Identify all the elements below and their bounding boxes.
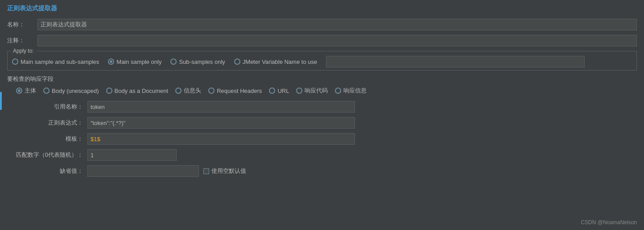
detail-form: 引用名称： 正则表达式： 模板： 匹配数字（0代表随机）： 缺省值： 使用空 <box>7 101 637 177</box>
radio-resp-code-label: 响应代码 <box>305 87 328 95</box>
name-label: 名称： <box>7 21 34 29</box>
main-container: 正则表达式提取器 名称： 注释： Apply to: Main sample a… <box>0 0 644 230</box>
radio-req-headers-label: Request Headers <box>217 88 262 94</box>
ref-name-input[interactable] <box>87 101 355 113</box>
radio-resp-msg-label: 响应信息 <box>343 87 367 95</box>
radio-info-head-label: 信息头 <box>184 87 201 95</box>
response-fields-title: 要检查的响应字段 <box>7 75 637 83</box>
radio-resp-code[interactable]: 响应代码 <box>296 87 328 95</box>
match-no-input[interactable] <box>87 149 177 161</box>
radio-body-input[interactable] <box>16 88 22 94</box>
template-row: 模板： <box>7 133 637 145</box>
default-input[interactable] <box>87 165 199 177</box>
template-label: 模板： <box>7 135 87 143</box>
response-fields-radio-group: 主体 Body (unescaped) Body as a Document 信… <box>7 87 637 95</box>
radio-body-doc[interactable]: Body as a Document <box>106 88 169 94</box>
apply-to-legend: Apply to: <box>11 48 36 54</box>
use-empty-checkbox-input[interactable] <box>203 168 209 174</box>
radio-body[interactable]: 主体 <box>16 87 36 95</box>
name-input[interactable] <box>37 19 637 30</box>
regex-input[interactable] <box>87 117 355 129</box>
radio-resp-msg[interactable]: 响应信息 <box>335 87 367 95</box>
radio-jmeter-var[interactable]: JMeter Variable Name to use <box>234 59 317 65</box>
radio-info-head[interactable]: 信息头 <box>175 87 201 95</box>
regex-label: 正则表达式： <box>7 119 87 127</box>
radio-sub-only-label: Sub-samples only <box>179 59 225 65</box>
radio-jmeter-var-label: JMeter Variable Name to use <box>243 59 317 65</box>
apply-to-group: Apply to: Main sample and sub-samples Ma… <box>7 51 637 71</box>
name-row: 名称： <box>7 19 637 30</box>
response-fields-section: 要检查的响应字段 主体 Body (unescaped) Body as a D… <box>7 75 637 95</box>
ref-name-row: 引用名称： <box>7 101 637 113</box>
radio-req-headers[interactable]: Request Headers <box>208 88 262 94</box>
radio-resp-code-input[interactable] <box>296 88 302 94</box>
default-row: 缺省值： 使用空默认值 <box>7 165 637 177</box>
radio-url-input[interactable] <box>269 88 275 94</box>
match-no-label: 匹配数字（0代表随机）： <box>7 151 87 159</box>
radio-jmeter-var-input[interactable] <box>234 59 240 65</box>
radio-main-only-input[interactable] <box>108 59 114 65</box>
radio-sub-only-input[interactable] <box>170 59 177 65</box>
left-accent <box>0 92 2 110</box>
radio-body-unescaped-input[interactable] <box>43 88 50 94</box>
page-title: 正则表达式提取器 <box>7 4 637 13</box>
radio-resp-msg-input[interactable] <box>335 88 341 94</box>
watermark: CSDN @NoamaNelson <box>581 219 637 226</box>
radio-req-headers-input[interactable] <box>208 88 215 94</box>
ref-name-label: 引用名称： <box>7 103 87 111</box>
comment-label: 注释： <box>7 37 34 45</box>
use-empty-checkbox[interactable]: 使用空默认值 <box>203 167 246 175</box>
radio-info-head-input[interactable] <box>175 88 182 94</box>
radio-body-doc-label: Body as a Document <box>115 88 169 94</box>
template-input[interactable] <box>87 133 355 145</box>
radio-url[interactable]: URL <box>269 88 289 94</box>
radio-body-unescaped[interactable]: Body (unescaped) <box>43 88 99 94</box>
use-empty-label: 使用空默认值 <box>211 167 246 175</box>
radio-body-label: 主体 <box>25 87 36 95</box>
radio-main-only[interactable]: Main sample only <box>108 59 161 65</box>
default-label: 缺省值： <box>7 167 87 175</box>
comment-input[interactable] <box>37 35 637 46</box>
radio-body-unescaped-label: Body (unescaped) <box>52 88 99 94</box>
radio-main-sub-input[interactable] <box>12 59 18 65</box>
jmeter-var-input[interactable] <box>326 56 585 67</box>
regex-row: 正则表达式： <box>7 117 637 129</box>
radio-sub-only[interactable]: Sub-samples only <box>170 59 225 65</box>
radio-main-sub-label: Main sample and sub-samples <box>21 59 99 65</box>
radio-url-label: URL <box>277 88 289 94</box>
apply-to-radio-group: Main sample and sub-samples Main sample … <box>12 54 632 67</box>
comment-row: 注释： <box>7 35 637 46</box>
default-value-row: 使用空默认值 <box>87 165 246 177</box>
radio-main-sub[interactable]: Main sample and sub-samples <box>12 59 99 65</box>
radio-main-only-label: Main sample only <box>116 59 161 65</box>
radio-body-doc-input[interactable] <box>106 88 112 94</box>
match-no-row: 匹配数字（0代表随机）： <box>7 149 637 161</box>
